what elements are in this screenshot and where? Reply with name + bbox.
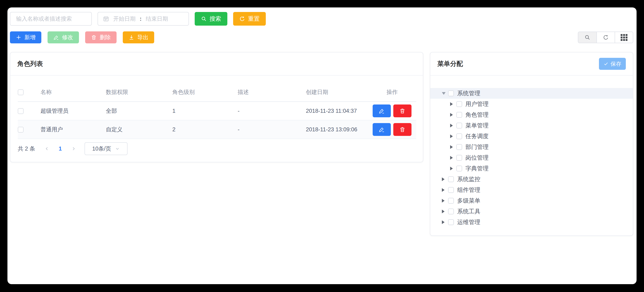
cell-name: 超级管理员 (40, 102, 106, 120)
tree-checkbox[interactable] (448, 176, 454, 182)
tree-checkbox[interactable] (448, 198, 454, 204)
tree-node-parent[interactable]: 系统工具 (430, 206, 633, 217)
tree-label: 角色管理 (466, 111, 488, 119)
keyword-search-input[interactable] (10, 12, 92, 26)
caret-right-icon[interactable] (442, 210, 444, 213)
add-button[interactable]: 新增 (10, 31, 41, 43)
tree-label: 部门管理 (466, 143, 488, 151)
prev-page-button[interactable] (44, 146, 50, 151)
menu-assign-card: 菜单分配 保存 系统管理 (430, 52, 633, 236)
export-button[interactable]: 导出 (123, 31, 154, 43)
toggle-search-button[interactable] (578, 32, 596, 43)
tree-node-child[interactable]: 部门管理 (430, 142, 633, 152)
caret-right-icon[interactable] (442, 177, 444, 181)
tree-node-parent[interactable]: 运维管理 (430, 217, 633, 228)
search-button[interactable]: 搜索 (195, 12, 227, 26)
tree-checkbox[interactable] (448, 219, 454, 225)
tree-label: 用户管理 (466, 100, 488, 108)
caret-right-icon[interactable] (442, 199, 444, 203)
row-edit-button[interactable] (373, 123, 391, 136)
row-delete-button[interactable] (393, 123, 412, 136)
next-page-button[interactable] (71, 146, 76, 151)
tree-checkbox[interactable] (456, 123, 462, 128)
caret-right-icon[interactable] (450, 145, 453, 149)
caret-right-icon[interactable] (442, 220, 444, 224)
caret-down-icon[interactable] (442, 92, 446, 95)
magnifier-icon (201, 16, 207, 22)
column-settings-button[interactable] (615, 32, 633, 43)
caret-right-icon[interactable] (450, 113, 453, 117)
tree-node-child[interactable]: 菜单管理 (430, 120, 633, 131)
tree-node-child[interactable]: 任务调度 (430, 131, 633, 142)
tree-checkbox[interactable] (448, 187, 454, 193)
cell-scope: 全部 (106, 102, 172, 120)
caret-right-icon[interactable] (450, 156, 453, 160)
action-bar: 新增 修改 删除 (10, 31, 633, 43)
row-edit-button[interactable] (373, 104, 391, 117)
row-checkbox[interactable] (18, 108, 24, 114)
tree-label: 岗位管理 (466, 154, 488, 162)
cell-created: 2018-11-23 13:09:06 (306, 120, 368, 139)
tree-label: 运维管理 (457, 218, 480, 226)
page-number[interactable]: 1 (59, 146, 62, 152)
caret-right-icon[interactable] (442, 188, 444, 192)
tree-node-parent[interactable]: 多级菜单 (430, 195, 633, 206)
plus-icon (16, 34, 22, 40)
date-separator: : (140, 16, 142, 22)
search-bar: 开始日期 : 结束日期 搜索 重置 (10, 12, 633, 26)
trash-icon (91, 34, 97, 40)
col-header-name: 名称 (40, 83, 106, 102)
tree-node-child[interactable]: 岗位管理 (430, 152, 633, 163)
pagination: 共 2 条 1 (18, 142, 416, 155)
col-header-scope: 数据权限 (106, 83, 172, 102)
caret-right-icon[interactable] (450, 167, 453, 170)
col-header-operations: 操作 (368, 83, 416, 102)
tree-checkbox[interactable] (456, 155, 462, 161)
page-size-select[interactable]: 10条/页 (84, 142, 128, 155)
delete-button-label: 删除 (100, 34, 111, 41)
select-all-checkbox[interactable] (18, 89, 24, 95)
col-header-created: 创建日期 (306, 83, 368, 102)
tree-node-child[interactable]: 字典管理 (430, 163, 633, 174)
tree-checkbox[interactable] (456, 144, 462, 150)
search-button-label: 搜索 (210, 15, 221, 23)
role-table: 名称 数据权限 角色级别 描述 创建日期 操作 超级管理员 全部 (18, 83, 416, 139)
tree-checkbox[interactable] (456, 112, 462, 118)
table-row[interactable]: 普通用户 自定义 2 - 2018-11-23 13:09:06 (18, 120, 416, 139)
tree-label: 系统管理 (457, 89, 480, 97)
edit-button-label: 修改 (62, 34, 73, 41)
cell-desc: - (238, 102, 306, 120)
tree-label: 系统监控 (457, 175, 480, 183)
cell-created: 2018-11-23 11:04:37 (306, 102, 368, 120)
tree-node-child[interactable]: 角色管理 (430, 109, 633, 120)
caret-right-icon[interactable] (450, 124, 453, 127)
tree-node-parent[interactable]: 系统管理 (430, 88, 633, 99)
tree-checkbox[interactable] (456, 166, 462, 171)
caret-right-icon[interactable] (450, 102, 453, 106)
reset-button[interactable]: 重置 (233, 12, 266, 26)
tree-node-child[interactable]: 用户管理 (430, 99, 633, 109)
row-checkbox[interactable] (18, 127, 24, 133)
edit-button[interactable]: 修改 (48, 31, 79, 43)
pagination-total: 共 2 条 (18, 145, 35, 152)
tree-checkbox[interactable] (448, 90, 454, 96)
refresh-icon (239, 16, 245, 22)
save-button[interactable]: 保存 (599, 58, 626, 70)
row-delete-button[interactable] (393, 104, 412, 117)
caret-right-icon[interactable] (450, 134, 453, 138)
menu-card-title: 菜单分配 (437, 59, 463, 68)
refresh-table-button[interactable] (596, 32, 615, 43)
tree-node-parent[interactable]: 系统监控 (430, 174, 633, 185)
tree-node-parent[interactable]: 组件管理 (430, 185, 633, 195)
date-end-placeholder: 结束日期 (146, 15, 168, 22)
tree-checkbox[interactable] (456, 133, 462, 139)
pencil-icon (379, 126, 385, 133)
tree-checkbox[interactable] (448, 209, 454, 214)
calendar-icon (103, 16, 109, 22)
delete-button[interactable]: 删除 (85, 31, 116, 43)
tree-label: 菜单管理 (466, 122, 488, 129)
cell-scope: 自定义 (106, 120, 172, 139)
table-row[interactable]: 超级管理员 全部 1 - 2018-11-23 11:04:37 (18, 102, 416, 120)
date-range-picker[interactable]: 开始日期 : 结束日期 (98, 12, 189, 26)
tree-checkbox[interactable] (456, 101, 462, 107)
